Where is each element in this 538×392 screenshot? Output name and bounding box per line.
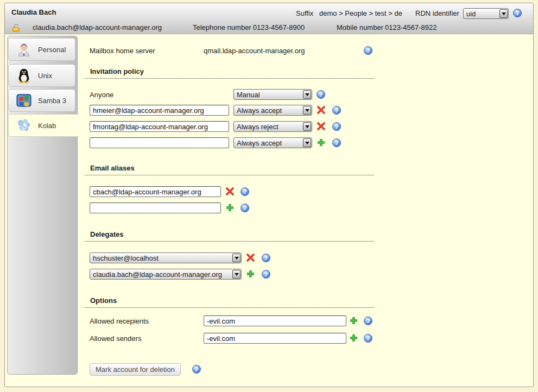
- invitation-address-input[interactable]: [90, 105, 229, 116]
- dropdown-arrow-icon: [232, 270, 240, 279]
- sidebar-tab-label: Unix: [38, 72, 52, 80]
- add-plus-icon[interactable]: [349, 316, 358, 325]
- kolab-icon: [16, 117, 32, 134]
- account-header: Claudia Bach Suffix demo > People > test…: [5, 3, 533, 34]
- delegates-heading: Delegates: [85, 230, 374, 242]
- email-aliases-heading: Email aliases: [85, 164, 374, 175]
- mobile-label: Mobile number: [337, 23, 383, 31]
- invitation-row-help-icon[interactable]: ?: [332, 122, 341, 131]
- windows-icon: [16, 92, 32, 109]
- rdn-identifier-select[interactable]: uid: [463, 8, 509, 19]
- allowed-recipients-input[interactable]: [204, 315, 346, 326]
- dropdown-arrow-icon: [303, 90, 311, 99]
- sidebar-tab-samba-3[interactable]: Samba 3: [8, 89, 75, 112]
- account-title: Claudia Bach: [11, 8, 56, 16]
- header-mobile: Mobile number0123-4567-8922: [337, 23, 438, 31]
- invitation-policy-selected: Always accept: [237, 106, 282, 115]
- add-plus-icon[interactable]: [246, 269, 255, 279]
- mark-account-for-deletion-button[interactable]: Mark account for deletion: [90, 363, 181, 376]
- deletion-help-icon[interactable]: ?: [192, 365, 201, 374]
- suffix-label: Suffix: [296, 9, 313, 17]
- suffix-value: demo > People > test > de: [319, 9, 402, 17]
- delete-cross-icon[interactable]: [317, 105, 326, 115]
- delegate-selected: claudia.bach@ldap-account-manager.org: [93, 270, 222, 279]
- invitation-add-help-icon[interactable]: ?: [332, 138, 341, 147]
- dropdown-arrow-icon: [499, 9, 508, 18]
- rdn-help-icon[interactable]: ?: [513, 9, 522, 17]
- telephone-label: Telephone number: [193, 23, 251, 31]
- anyone-policy-help-icon[interactable]: ?: [317, 90, 325, 99]
- allowed-senders-label: Allowed senders: [90, 334, 141, 343]
- allowed-senders-help-icon[interactable]: ?: [364, 334, 372, 343]
- invitation-policy-heading: Invitation policy: [85, 67, 374, 79]
- account-edit-window: Claudia Bach Suffix demo > People > test…: [4, 3, 534, 387]
- sidebar-tab-kolab[interactable]: Kolab: [8, 114, 79, 137]
- person-icon: [16, 41, 32, 58]
- allowed-recipients-help-icon[interactable]: ?: [364, 317, 372, 325]
- invitation-policy-selected: Always reject: [237, 123, 279, 131]
- delegate-help-icon[interactable]: ?: [262, 254, 270, 262]
- invitation-row-help-icon[interactable]: ?: [332, 106, 341, 115]
- dropdown-arrow-icon: [303, 138, 311, 147]
- options-heading: Options: [85, 296, 374, 308]
- delete-cross-icon[interactable]: [317, 122, 326, 131]
- anyone-policy-selected: Manual: [237, 91, 260, 99]
- add-plus-icon[interactable]: [317, 138, 326, 147]
- mailbox-home-server-value: qmail.ldap-account-manager.org: [204, 47, 305, 55]
- invitation-policy-selected: Always accept: [237, 139, 282, 147]
- dropdown-arrow-icon: [303, 106, 311, 115]
- delegate-select[interactable]: hschuster@localhost: [90, 252, 242, 263]
- add-plus-icon[interactable]: [225, 203, 235, 212]
- telephone-value: 0123-4567-8900: [253, 23, 305, 31]
- delete-cross-icon[interactable]: [246, 253, 255, 262]
- header-telephone: Telephone number0123-4567-8900: [193, 23, 306, 31]
- rdn-identifier-selected: uid: [466, 10, 476, 18]
- header-email: claudia.bach@ldap-account-manager.org: [33, 23, 162, 31]
- mailbox-home-server-label: Mailbox home server: [90, 47, 155, 55]
- delegate-selected: hschuster@localhost: [93, 254, 159, 262]
- delete-cross-icon[interactable]: [225, 187, 235, 196]
- invitation-policy-select[interactable]: Always reject: [233, 121, 312, 132]
- sidebar-tab-personal[interactable]: Personal: [8, 38, 75, 61]
- sidebar-tab-label: Kolab: [38, 122, 56, 130]
- open-padlock-icon[interactable]: [11, 24, 21, 34]
- rdn-identifier-label: RDN identifier: [415, 9, 459, 17]
- email-alias-help-icon[interactable]: ?: [240, 187, 249, 196]
- sidebar-tab-label: Personal: [38, 46, 66, 54]
- add-plus-icon[interactable]: [349, 333, 358, 343]
- mailbox-help-icon[interactable]: ?: [364, 46, 372, 55]
- invitation-address-input[interactable]: [90, 121, 229, 132]
- delegate-add-help-icon[interactable]: ?: [262, 270, 270, 279]
- dropdown-arrow-icon: [303, 122, 311, 131]
- allowed-senders-input[interactable]: [204, 333, 346, 344]
- dropdown-arrow-icon: [232, 254, 240, 262]
- invitation-address-input-new[interactable]: [90, 137, 229, 148]
- allowed-recipients-label: Allowed recepients: [90, 317, 149, 325]
- mobile-value: 0123-4567-8922: [385, 23, 436, 31]
- email-alias-add-help-icon[interactable]: ?: [240, 204, 249, 212]
- tux-icon: [16, 67, 32, 84]
- sidebar-tab-unix[interactable]: Unix: [8, 64, 75, 87]
- invitation-policy-select[interactable]: Always accept: [233, 105, 312, 116]
- delegate-select-new[interactable]: claudia.bach@ldap-account-manager.org: [90, 269, 242, 280]
- anyone-policy-select[interactable]: Manual: [233, 89, 312, 100]
- anyone-label: Anyone: [90, 91, 113, 99]
- email-alias-input-new[interactable]: [90, 203, 221, 213]
- invitation-policy-select[interactable]: Always accept: [233, 137, 312, 148]
- email-alias-input[interactable]: [90, 186, 221, 197]
- sidebar-tab-label: Samba 3: [38, 97, 66, 105]
